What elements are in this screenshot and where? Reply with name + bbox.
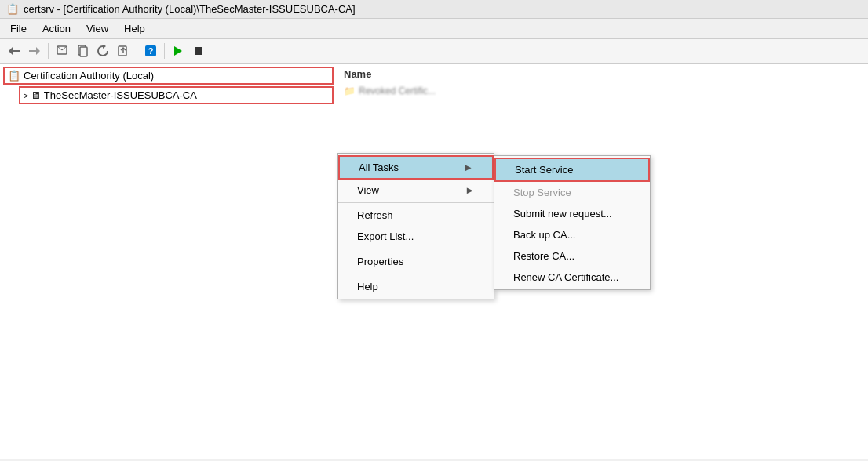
sub-context-menu: Start Service Stop Service Submit new re… — [494, 155, 651, 290]
sub-start-service[interactable]: Start Service — [494, 158, 650, 182]
ca-icon: 📋 — [8, 70, 20, 82]
refresh-label: Refresh — [357, 209, 393, 221]
view-label: View — [357, 184, 379, 196]
help-icon: ? — [144, 45, 157, 57]
context-menu-overlay: All Tasks ► Start Service Stop Service S… — [337, 153, 494, 299]
menu-file[interactable]: File — [3, 20, 34, 37]
title-bar: 📋 certsrv - [Certification Authority (Lo… — [0, 0, 868, 19]
ctx-sep-2 — [338, 249, 494, 249]
svg-text:?: ? — [148, 46, 154, 56]
export-icon — [117, 45, 129, 57]
menu-action[interactable]: Action — [35, 20, 78, 37]
context-menu: All Tasks ► Start Service Stop Service S… — [337, 153, 494, 299]
svg-rect-3 — [119, 46, 126, 56]
svg-rect-7 — [195, 47, 202, 55]
toolbar-sep-2 — [137, 43, 137, 59]
toolbar: ? — [0, 39, 868, 64]
title-text: certsrv - [Certification Authority (Loca… — [24, 3, 356, 15]
app-icon: 📋 — [6, 3, 19, 15]
export-button[interactable] — [114, 42, 133, 60]
copy-icon — [76, 45, 89, 57]
refresh-icon — [97, 45, 109, 57]
back-button[interactable] — [5, 42, 24, 60]
sub-stop-service: Stop Service — [494, 182, 650, 203]
back-icon — [8, 45, 20, 57]
menu-bar: File Action View Help — [0, 19, 868, 39]
ctx-sep-3 — [338, 274, 494, 274]
help-button[interactable]: ? — [141, 42, 160, 60]
stop-icon — [192, 45, 205, 57]
help-label: Help — [357, 281, 378, 292]
column-header-name: Name — [341, 67, 865, 82]
tree-root-item[interactable]: 📋 Certification Authority (Local) — [3, 67, 334, 85]
server-icon: 🖥 — [31, 89, 41, 101]
blurred-text: Revoked Certific... — [359, 85, 436, 96]
ctx-sep-1 — [338, 202, 494, 203]
stop-button[interactable] — [189, 42, 208, 60]
view-arrow: ► — [465, 184, 475, 196]
ctx-help[interactable]: Help — [338, 276, 494, 297]
forward-icon — [28, 45, 41, 57]
export-list-label: Export List... — [357, 230, 414, 242]
tree-child-item[interactable]: > 🖥 TheSecMaster-ISSUESUBCA-CA — [19, 86, 334, 104]
run-icon — [172, 45, 184, 57]
ctx-properties[interactable]: Properties — [338, 251, 494, 272]
properties-label: Properties — [357, 256, 403, 267]
copy-button[interactable] — [73, 42, 92, 60]
ca-label: Certification Authority (Local) — [24, 70, 154, 82]
menu-help[interactable]: Help — [117, 20, 152, 37]
expand-icon: > — [24, 92, 28, 100]
tree-panel: 📋 Certification Authority (Local) > 🖥 Th… — [0, 64, 337, 459]
sub-restore-ca[interactable]: Restore CA... — [494, 245, 650, 267]
server-label: TheSecMaster-ISSUESUBCA-CA — [44, 89, 197, 101]
folder-icon: 📁 — [344, 85, 356, 96]
up-button[interactable] — [53, 42, 71, 60]
ctx-refresh[interactable]: Refresh — [338, 205, 494, 226]
menu-view[interactable]: View — [79, 20, 115, 37]
blurred-row: 📁 Revoked Certific... — [341, 82, 865, 100]
sub-submit-request[interactable]: Submit new request... — [494, 203, 650, 224]
ctx-view[interactable]: View ► — [338, 180, 494, 201]
up-icon — [56, 45, 68, 57]
all-tasks-arrow: ► — [463, 162, 473, 173]
run-button[interactable] — [169, 42, 188, 60]
toolbar-sep-1 — [48, 43, 49, 59]
refresh-button[interactable] — [93, 42, 112, 60]
svg-marker-6 — [174, 46, 182, 56]
svg-rect-2 — [80, 47, 87, 56]
ctx-all-tasks[interactable]: All Tasks ► — [338, 155, 494, 180]
toolbar-sep-3 — [164, 43, 165, 59]
all-tasks-wrapper: All Tasks ► Start Service Stop Service S… — [338, 155, 494, 180]
sub-backup-ca[interactable]: Back up CA... — [494, 224, 650, 245]
ctx-export-list[interactable]: Export List... — [338, 226, 494, 247]
sub-renew-ca[interactable]: Renew CA Certificate... — [494, 267, 650, 288]
all-tasks-label: All Tasks — [359, 162, 399, 173]
forward-button[interactable] — [25, 42, 44, 60]
